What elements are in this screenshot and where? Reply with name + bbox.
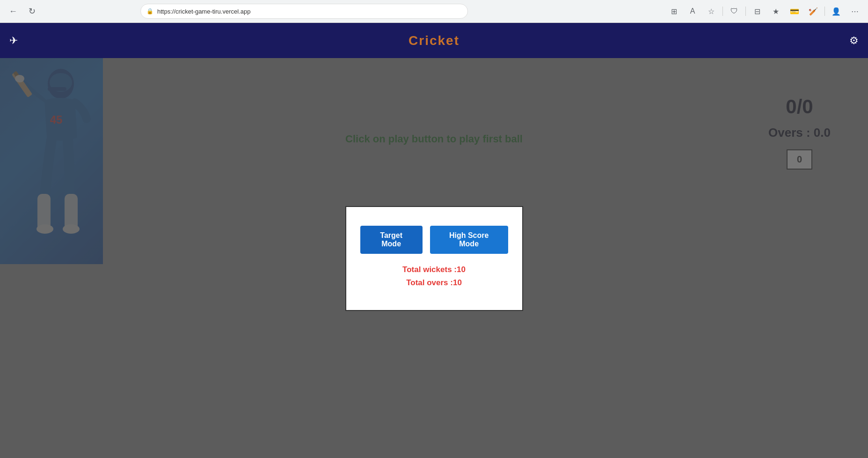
cricket-extension-button[interactable]: 🏏 <box>806 4 821 19</box>
game-area: 45 0/0 Overs : 0.0 0 Click on play butto… <box>0 58 868 458</box>
browser-chrome: ← ↻ 🔒 https://cricket-game-tiru.vercel.a… <box>0 0 868 23</box>
browser-actions: ⊞ A ☆ 🛡 ⊟ ★ 💳 🏏 👤 ⋯ <box>666 4 862 19</box>
reading-list-button[interactable]: ★ <box>768 4 783 19</box>
font-button[interactable]: A <box>685 4 700 19</box>
modal-info: Total wickets :10 Total overs :10 <box>402 265 466 291</box>
browser-toolbar: ← ↻ 🔒 https://cricket-game-tiru.vercel.a… <box>0 0 868 22</box>
app-container: ✈ Cricket ⚙ <box>0 23 868 458</box>
modal-buttons: Target Mode High Score Mode <box>360 226 508 254</box>
split-button[interactable]: ⊟ <box>750 4 765 19</box>
app-title: Cricket <box>408 33 460 48</box>
divider2 <box>745 7 746 16</box>
logo-icon: ✈ <box>9 35 18 47</box>
divider <box>722 7 723 16</box>
target-mode-button[interactable]: Target Mode <box>360 226 423 254</box>
settings-icon[interactable]: ⚙ <box>849 35 859 47</box>
high-score-mode-button[interactable]: High Score Mode <box>430 226 508 254</box>
extensions-button[interactable]: ⊞ <box>666 4 681 19</box>
address-bar[interactable]: 🔒 https://cricket-game-tiru.vercel.app <box>140 4 468 19</box>
lock-icon: 🔒 <box>146 8 153 15</box>
mode-selection-modal: Target Mode High Score Mode Total wicket… <box>345 206 523 311</box>
favorites-star-button[interactable]: ☆ <box>704 4 719 19</box>
wallet-button[interactable]: 💳 <box>787 4 802 19</box>
total-wickets-text: Total wickets :10 <box>402 265 466 274</box>
profile-button[interactable]: 👤 <box>829 4 844 19</box>
total-overs-text: Total overs :10 <box>402 278 466 288</box>
shield-button[interactable]: 🛡 <box>727 4 742 19</box>
app-header: ✈ Cricket ⚙ <box>0 23 868 58</box>
more-button[interactable]: ⋯ <box>847 4 862 19</box>
back-button[interactable]: ← <box>6 4 21 19</box>
modal-backdrop: Target Mode High Score Mode Total wicket… <box>0 58 868 458</box>
reload-button[interactable]: ↻ <box>24 4 39 19</box>
url-text: https://cricket-game-tiru.vercel.app <box>157 8 462 15</box>
divider3 <box>824 7 825 16</box>
